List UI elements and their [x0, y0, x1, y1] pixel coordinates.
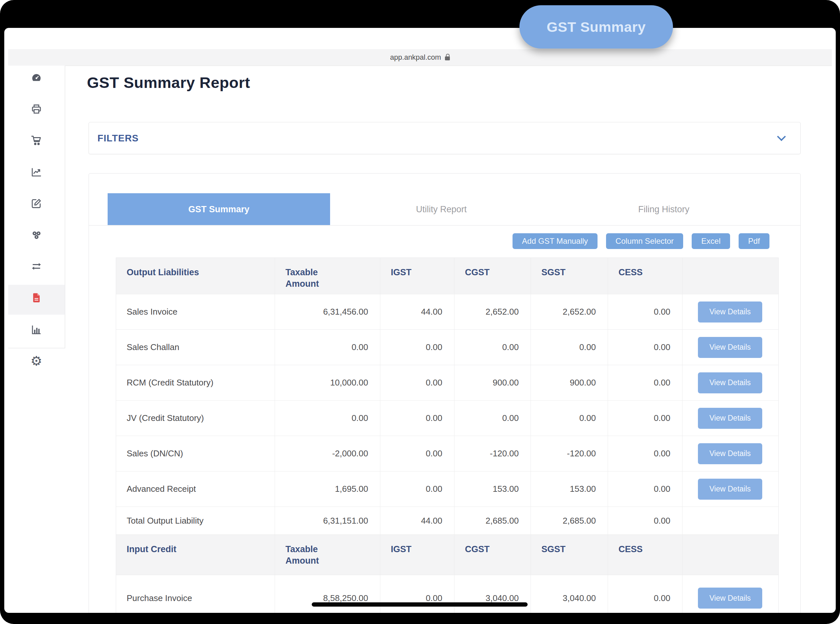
- view-details-button[interactable]: View Details: [698, 301, 762, 323]
- value-cell: 0.00: [454, 330, 531, 365]
- address-bar[interactable]: app.ankpal.com: [8, 49, 832, 66]
- view-details-button[interactable]: View Details: [698, 337, 762, 358]
- row-label-cell: Sales (DN/CN): [116, 436, 275, 471]
- sidebar-item-purchases[interactable]: [8, 131, 65, 150]
- sidebar-item-settings[interactable]: ⚙: [8, 351, 65, 371]
- view-details-button[interactable]: View Details: [698, 443, 762, 464]
- screenshot-frame: GST Summary app.ankpal.com: [0, 0, 840, 624]
- browser-window: app.ankpal.com: [4, 28, 836, 613]
- value-cell: 6,31,151.00: [275, 507, 380, 534]
- view-details-button[interactable]: View Details: [698, 408, 762, 429]
- sidebar: ⚙: [8, 66, 65, 348]
- value-cell: 0.00: [380, 365, 454, 400]
- sales-chart-icon: [31, 167, 42, 178]
- value-cell: 2,685.00: [454, 507, 531, 534]
- action-cell: View Details: [682, 471, 778, 507]
- cart-icon: [31, 135, 42, 146]
- tab-gst-summary[interactable]: GST Summary: [108, 193, 330, 226]
- add-gst-manually-button[interactable]: Add GST Manually: [513, 233, 598, 249]
- report-card: GST Summary Utility Report Filing Histor…: [89, 173, 801, 613]
- chevron-down-icon[interactable]: [777, 132, 786, 141]
- sidebar-item-print[interactable]: [8, 99, 65, 119]
- filters-panel[interactable]: FILTERS: [89, 122, 801, 154]
- url-text: app.ankpal.com: [390, 53, 441, 62]
- table-section-header: Input CreditTaxable AmountIGSTCGSTSGSTCE…: [116, 535, 778, 575]
- value-cell: 0.00: [608, 507, 682, 534]
- horizontal-scrollbar[interactable]: [312, 602, 528, 607]
- column-header-cell: CESS: [608, 535, 682, 575]
- edit-icon: [31, 198, 42, 209]
- sidebar-item-transactions[interactable]: [8, 256, 65, 276]
- value-cell: 1,695.00: [275, 471, 380, 507]
- value-cell: 900.00: [531, 365, 608, 400]
- value-cell: 0.00: [380, 436, 454, 471]
- sidebar-item-integrations[interactable]: [8, 226, 65, 245]
- value-cell: 0.00: [454, 401, 531, 436]
- excel-export-button[interactable]: Excel: [692, 233, 730, 249]
- sidebar-item-entries[interactable]: [8, 193, 65, 213]
- tab-utility-report[interactable]: Utility Report: [330, 193, 553, 226]
- value-cell: 3,040.00: [454, 575, 531, 613]
- sidebar-item-reports[interactable]: [8, 288, 65, 308]
- lock-icon: [445, 56, 450, 60]
- value-cell: 2,652.00: [531, 294, 608, 329]
- value-cell: 0.00: [531, 330, 608, 365]
- action-cell: View Details: [682, 330, 778, 365]
- tab-filing-history[interactable]: Filing History: [553, 193, 775, 226]
- row-label-cell: Total Output Liability: [116, 507, 275, 534]
- gst-table: Output LiabilitiesTaxable AmountIGSTCGST…: [116, 258, 779, 613]
- empty-header-cell: [682, 258, 778, 294]
- value-cell: 0.00: [531, 401, 608, 436]
- table-row: JV (Credit Statutory)0.000.000.000.000.0…: [116, 401, 778, 436]
- sidebar-item-dashboard[interactable]: [8, 68, 65, 88]
- value-cell: 0.00: [608, 365, 682, 400]
- table-toolbar: Add GST Manually Column Selector Excel P…: [513, 233, 769, 249]
- value-cell: 10,000.00: [275, 365, 380, 400]
- value-cell: 2,652.00: [454, 294, 531, 329]
- value-cell: 0.00: [608, 401, 682, 436]
- row-label-cell: Sales Challan: [116, 330, 275, 365]
- value-cell: 0.00: [380, 471, 454, 507]
- sidebar-item-sales[interactable]: [8, 162, 65, 182]
- column-header-cell: IGST: [380, 535, 454, 575]
- column-selector-button[interactable]: Column Selector: [606, 233, 683, 249]
- table-row: Purchase Invoice8,58,250.000.003,040.003…: [116, 575, 778, 613]
- table-row: Sales Invoice6,31,456.0044.002,652.002,6…: [116, 294, 778, 330]
- column-header-cell: IGST: [380, 258, 454, 294]
- value-cell: 0.00: [380, 330, 454, 365]
- action-cell: View Details: [682, 365, 778, 400]
- value-cell: 44.00: [380, 507, 454, 534]
- sidebar-item-analytics[interactable]: [8, 320, 65, 340]
- action-cell: View Details: [682, 401, 778, 436]
- gear-icon: ⚙: [31, 354, 42, 368]
- integrations-icon: [31, 230, 42, 241]
- column-header-cell: SGST: [531, 258, 608, 294]
- column-header-cell: Taxable Amount: [275, 535, 380, 575]
- value-cell: 153.00: [454, 471, 531, 507]
- gst-summary-callout: GST Summary: [519, 5, 673, 49]
- table-row: Sales (DN/CN)-2,000.000.00-120.00-120.00…: [116, 436, 778, 471]
- value-cell: 6,31,456.00: [275, 294, 380, 329]
- transactions-icon: [31, 261, 42, 272]
- column-header-cell: CESS: [608, 258, 682, 294]
- row-label-cell: RCM (Credit Statutory): [116, 365, 275, 400]
- tabs-divider: [89, 225, 800, 226]
- main-content: GST Summary Report FILTERS GST Summary U…: [65, 66, 832, 613]
- callout-label: GST Summary: [547, 19, 646, 35]
- value-cell: 44.00: [380, 294, 454, 329]
- pdf-export-button[interactable]: Pdf: [739, 233, 769, 249]
- table-row: Sales Challan0.000.000.000.000.00View De…: [116, 330, 778, 365]
- empty-header-cell: [682, 535, 778, 575]
- view-details-button[interactable]: View Details: [698, 479, 762, 500]
- value-cell: 3,040.00: [531, 575, 608, 613]
- value-cell: 0.00: [275, 330, 380, 365]
- value-cell: 0.00: [608, 436, 682, 471]
- column-header-cell: CGST: [454, 535, 531, 575]
- section-title-cell: Input Credit: [116, 535, 275, 575]
- section-title-cell: Output Liabilities: [116, 258, 275, 294]
- tab-bar: GST Summary Utility Report Filing Histor…: [108, 193, 775, 226]
- view-details-button[interactable]: View Details: [698, 588, 762, 609]
- value-cell: 0.00: [608, 294, 682, 329]
- reports-icon: [31, 292, 42, 303]
- view-details-button[interactable]: View Details: [698, 372, 762, 393]
